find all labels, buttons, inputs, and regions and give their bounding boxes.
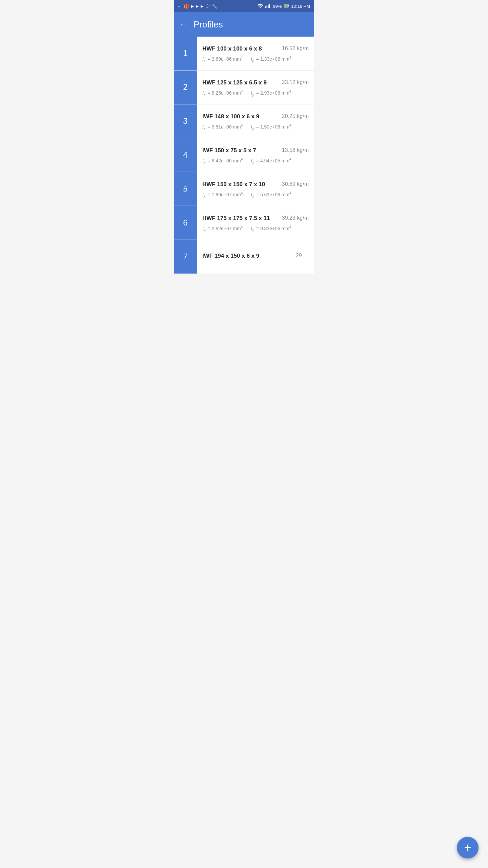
status-icons-right: 99% ⚡ 10:18 PM — [257, 3, 310, 9]
profile-content: IWF 148 x 100 x 6 x 920.25 kg/mIx = 9.81… — [197, 104, 314, 138]
pause-icon-3: ▶ — [201, 4, 203, 8]
profile-ix: Ix = 1.60e+07 mm4 — [202, 191, 243, 198]
profile-index: 7 — [174, 240, 197, 274]
profile-list: 1HWF 100 x 100 x 6 x 816.52 kg/mIx = 3.6… — [174, 37, 314, 274]
profile-name-row: IWF 150 x 75 x 5 x 713.58 kg/m — [202, 147, 309, 154]
ix-label: Ix — [202, 90, 206, 97]
iy-label: Iy — [251, 56, 254, 63]
profile-iy: Iy = 5.63e+06 mm4 — [251, 191, 291, 198]
ix-equals: = 3.69e+06 mm4 — [206, 56, 243, 62]
profile-weight: 39.23 kg/m — [282, 215, 309, 221]
svg-rect-2 — [267, 5, 267, 8]
ix-equals: = 6.42e+06 mm4 — [206, 157, 243, 163]
svg-rect-6 — [289, 5, 289, 6]
profile-properties: Ix = 1.60e+07 mm4Iy = 5.63e+06 mm4 — [202, 191, 309, 198]
page-title: Profiles — [194, 19, 223, 30]
profile-weight: 30.69 kg/m — [282, 181, 309, 187]
profile-iy: Iy = 4.94e+05 mm4 — [251, 157, 291, 164]
ix-label: Ix — [202, 124, 206, 131]
shield-icon: 🛡 — [205, 4, 210, 9]
ix-equals: = 9.81e+06 mm4 — [206, 123, 243, 130]
profile-content: IWF 194 x 150 x 6 x 929.… — [197, 240, 314, 274]
profile-iy: Iy = 1.33e+06 mm4 — [251, 56, 291, 62]
profile-index: 2 — [174, 71, 197, 104]
profile-ix: Ix = 8.25e+06 mm4 — [202, 90, 243, 96]
profile-name-row: HWF 175 x 175 x 7.5 x 1139.23 kg/m — [202, 215, 309, 222]
profile-name-row: IWF 148 x 100 x 6 x 920.25 kg/m — [202, 113, 309, 120]
ix-equals: = 8.25e+06 mm4 — [206, 90, 243, 96]
status-icons-left: ··· 🎁 ▶ ▶ ▶ 🛡 🔧 — [178, 4, 217, 9]
iy-label: Iy — [251, 226, 254, 232]
profile-content: HWF 125 x 125 x 6.5 x 923.12 kg/mIx = 8.… — [197, 71, 314, 104]
profile-iy: Iy = 1.50e+06 mm4 — [251, 123, 291, 130]
profile-index: 5 — [174, 172, 197, 206]
profile-ix: Ix = 6.42e+06 mm4 — [202, 157, 243, 164]
profile-ix: Ix = 2.82e+07 mm4 — [202, 225, 243, 232]
gift-icon: 🎁 — [184, 4, 189, 9]
svg-point-0 — [260, 7, 261, 8]
profile-content: HWF 175 x 175 x 7.5 x 1139.23 kg/mIx = 2… — [197, 206, 314, 240]
ix-label: Ix — [202, 226, 206, 232]
time-display: 10:18 PM — [291, 4, 310, 9]
profile-item[interactable]: 5HWF 150 x 150 x 7 x 1030.69 kg/mIx = 1.… — [174, 172, 314, 206]
notification-dots-icon: ··· — [178, 4, 182, 9]
profile-index: 4 — [174, 138, 197, 172]
profile-name: HWF 100 x 100 x 6 x 8 — [202, 45, 262, 52]
back-button[interactable]: ← — [179, 19, 188, 30]
ix-equals: = 1.60e+07 mm4 — [206, 191, 243, 197]
profile-name: IWF 148 x 100 x 6 x 9 — [202, 113, 259, 120]
profile-content: HWF 100 x 100 x 6 x 816.52 kg/mIx = 3.69… — [197, 37, 314, 70]
profile-index: 6 — [174, 206, 197, 240]
profile-weight: 29.… — [296, 253, 309, 259]
pause-icon-1: ▶ — [191, 4, 194, 8]
iy-equals: = 1.33e+06 mm4 — [255, 56, 291, 62]
svg-rect-4 — [269, 4, 270, 8]
profile-ix: Ix = 9.81e+06 mm4 — [202, 123, 243, 130]
profile-index: 1 — [174, 37, 197, 70]
battery-icon: ⚡ — [284, 4, 289, 9]
iy-equals: = 2.93e+06 mm4 — [255, 90, 291, 96]
profile-properties: Ix = 8.25e+06 mm4Iy = 2.93e+06 mm4 — [202, 90, 309, 96]
svg-text:⚡: ⚡ — [285, 5, 287, 7]
pause-icon-2: ▶ — [196, 4, 199, 8]
profile-weight: 13.58 kg/m — [282, 147, 309, 153]
iy-equals: = 1.50e+06 mm4 — [255, 123, 291, 130]
profile-item[interactable]: 4IWF 150 x 75 x 5 x 713.58 kg/mIx = 6.42… — [174, 138, 314, 172]
iy-label: Iy — [251, 192, 254, 198]
profile-name: IWF 194 x 150 x 6 x 9 — [202, 253, 259, 259]
profile-name: HWF 175 x 175 x 7.5 x 11 — [202, 215, 270, 222]
iy-label: Iy — [251, 158, 254, 164]
ix-equals: = 2.82e+07 mm4 — [206, 225, 243, 231]
profile-name-row: HWF 150 x 150 x 7 x 1030.69 kg/m — [202, 181, 309, 188]
ix-label: Ix — [202, 158, 206, 164]
status-bar: ··· 🎁 ▶ ▶ ▶ 🛡 🔧 99% — [174, 0, 314, 12]
profile-item[interactable]: 3IWF 148 x 100 x 6 x 920.25 kg/mIx = 9.8… — [174, 104, 314, 138]
profile-name: HWF 125 x 125 x 6.5 x 9 — [202, 79, 267, 86]
profile-item[interactable]: 7IWF 194 x 150 x 6 x 929.… — [174, 240, 314, 274]
battery-level: 99% — [273, 4, 282, 9]
profile-content: HWF 150 x 150 x 7 x 1030.69 kg/mIx = 1.6… — [197, 172, 314, 206]
iy-equals: = 5.63e+06 mm4 — [255, 191, 291, 197]
profile-properties: Ix = 3.69e+06 mm4Iy = 1.33e+06 mm4 — [202, 56, 309, 62]
profile-name-row: IWF 194 x 150 x 6 x 929.… — [202, 253, 309, 259]
iy-equals: = 4.94e+05 mm4 — [255, 157, 291, 163]
wifi-icon — [257, 3, 263, 9]
profile-weight: 16.52 kg/m — [282, 45, 309, 52]
profile-index: 3 — [174, 104, 197, 138]
profile-weight: 23.12 kg/m — [282, 79, 309, 85]
ix-label: Ix — [202, 56, 206, 63]
profile-content: IWF 150 x 75 x 5 x 713.58 kg/mIx = 6.42e… — [197, 138, 314, 172]
app-header: ← Profiles — [174, 12, 314, 37]
profile-item[interactable]: 2HWF 125 x 125 x 6.5 x 923.12 kg/mIx = 8… — [174, 71, 314, 104]
profile-properties: Ix = 9.81e+06 mm4Iy = 1.50e+06 mm4 — [202, 123, 309, 130]
profile-name-row: HWF 100 x 100 x 6 x 816.52 kg/m — [202, 45, 309, 52]
profile-name: HWF 150 x 150 x 7 x 10 — [202, 181, 265, 188]
profile-name: IWF 150 x 75 x 5 x 7 — [202, 147, 256, 154]
profile-iy: Iy = 2.93e+06 mm4 — [251, 90, 291, 96]
svg-rect-3 — [268, 4, 269, 8]
profile-item[interactable]: 6HWF 175 x 175 x 7.5 x 1139.23 kg/mIx = … — [174, 206, 314, 240]
profile-item[interactable]: 1HWF 100 x 100 x 6 x 816.52 kg/mIx = 3.6… — [174, 37, 314, 71]
iy-equals: = 9.83e+06 mm4 — [255, 225, 291, 231]
iy-label: Iy — [251, 124, 254, 131]
iy-label: Iy — [251, 90, 254, 97]
